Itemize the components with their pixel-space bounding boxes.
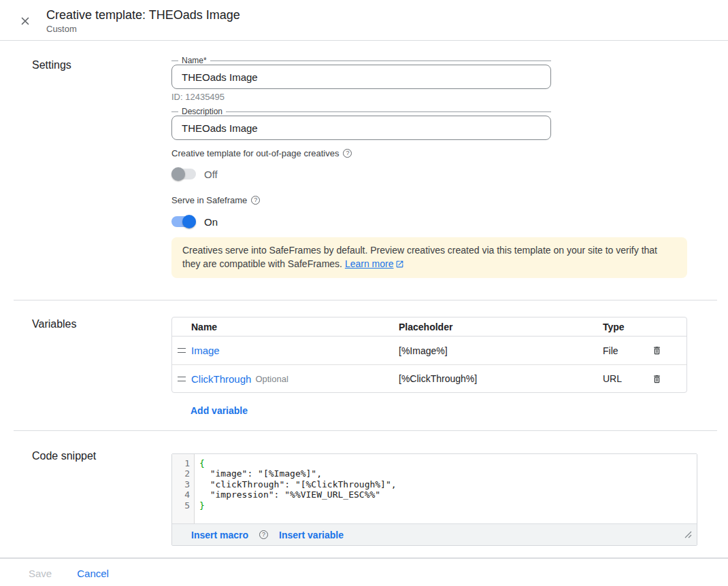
variables-table: Name Placeholder Type Image [%Image%] Fi… bbox=[171, 317, 687, 393]
page-subtitle: Custom bbox=[46, 23, 240, 35]
out-of-page-toggle-row: Off bbox=[171, 167, 687, 181]
code-snippet-heading: Code snippet bbox=[32, 450, 171, 462]
code-line: 2 "image": "[%Image%]", bbox=[172, 468, 697, 479]
description-field-label: Description bbox=[171, 107, 551, 116]
variables-section: Variables Name Placeholder Type Image [%… bbox=[0, 300, 728, 430]
help-icon[interactable]: ? bbox=[251, 196, 260, 205]
insert-variable-button[interactable]: Insert variable bbox=[279, 530, 344, 540]
settings-section: Settings Name* ID: 12435495 Description … bbox=[0, 41, 728, 300]
dialog-header: Creative template: THEOads Image Custom bbox=[0, 0, 728, 41]
notice-text: Creatives serve into SafeFrames by defau… bbox=[182, 245, 657, 269]
save-button[interactable]: Save bbox=[29, 568, 52, 579]
add-variable-button[interactable]: Add variable bbox=[191, 405, 248, 416]
out-of-page-label: Creative template for out-of-page creati… bbox=[171, 149, 687, 158]
variables-heading: Variables bbox=[32, 318, 171, 330]
variable-type: File bbox=[603, 345, 650, 356]
action-bar: Save Cancel bbox=[0, 558, 728, 586]
name-input[interactable] bbox=[171, 65, 551, 89]
drag-handle-icon[interactable] bbox=[178, 377, 186, 381]
help-icon[interactable]: ? bbox=[343, 149, 352, 158]
column-header-placeholder: Placeholder bbox=[399, 322, 603, 332]
out-of-page-state: Off bbox=[204, 169, 218, 180]
variable-placeholder: [%Image%] bbox=[399, 345, 603, 356]
out-of-page-toggle[interactable] bbox=[171, 167, 196, 181]
code-editor-toolbar: Insert macro ? Insert variable bbox=[172, 523, 697, 545]
variable-name-link[interactable]: Image bbox=[191, 345, 220, 356]
learn-more-link[interactable]: Learn more bbox=[345, 258, 394, 269]
resize-handle[interactable] bbox=[684, 529, 692, 541]
external-link-icon bbox=[395, 258, 404, 272]
column-header-type: Type bbox=[603, 322, 650, 332]
column-header-name: Name bbox=[172, 322, 399, 332]
safeframe-toggle-row: On bbox=[171, 215, 687, 228]
code-line: 4 "impression": "%%VIEW_URL_ESC%%" bbox=[172, 489, 697, 500]
variable-name-link[interactable]: ClickThrough bbox=[191, 373, 251, 385]
table-row: ClickThrough Optional [%ClickThrough%] U… bbox=[172, 364, 686, 392]
safeframe-state: On bbox=[204, 216, 218, 228]
code-editor: 1{ 2 "image": "[%Image%]", 3 "clickThrou… bbox=[171, 453, 697, 546]
code-snippet-section: Code snippet 1{ 2 "image": "[%Image%]", … bbox=[0, 431, 728, 557]
table-row: Image [%Image%] File bbox=[172, 337, 686, 364]
description-input[interactable] bbox=[171, 116, 551, 140]
safeframe-notice: Creatives serve into SafeFrames by defau… bbox=[171, 237, 687, 278]
code-line: 3 "clickThrough": "[%ClickThrough%]", bbox=[172, 479, 697, 489]
help-icon[interactable]: ? bbox=[259, 530, 268, 539]
delete-icon[interactable] bbox=[650, 345, 663, 357]
insert-macro-button[interactable]: Insert macro bbox=[191, 530, 248, 540]
settings-heading: Settings bbox=[32, 59, 171, 71]
code-line: 1{ bbox=[172, 458, 697, 468]
code-textarea[interactable]: 1{ 2 "image": "[%Image%]", 3 "clickThrou… bbox=[172, 454, 697, 523]
variable-type: URL bbox=[603, 373, 650, 384]
name-field-label: Name* bbox=[171, 56, 551, 65]
page-title: Creative template: THEOads Image bbox=[46, 7, 240, 23]
close-icon[interactable] bbox=[18, 14, 33, 29]
variable-placeholder: [%ClickThrough%] bbox=[399, 373, 603, 384]
safeframe-label: Serve in Safeframe ? bbox=[171, 196, 687, 205]
optional-tag: Optional bbox=[255, 374, 288, 384]
code-line: 5} bbox=[172, 500, 697, 511]
delete-icon[interactable] bbox=[650, 373, 663, 385]
safeframe-toggle[interactable] bbox=[171, 215, 196, 228]
template-id: ID: 12435495 bbox=[171, 92, 687, 101]
drag-handle-icon[interactable] bbox=[178, 348, 186, 353]
table-header-row: Name Placeholder Type bbox=[172, 317, 686, 337]
cancel-button[interactable]: Cancel bbox=[77, 568, 109, 579]
